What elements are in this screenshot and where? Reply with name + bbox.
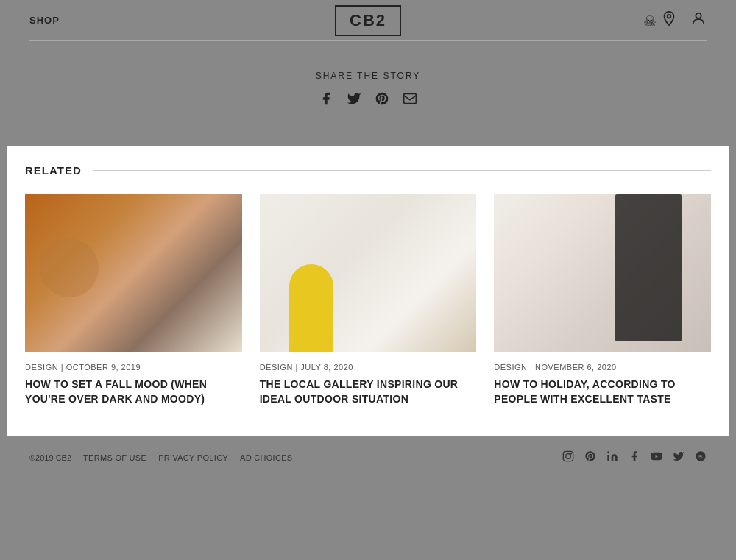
twitter-icon[interactable] — [347, 91, 361, 110]
pinterest-footer-icon[interactable] — [584, 450, 596, 465]
card-1[interactable]: DESIGN | OCTOBER 9, 2019 HOW TO SET A FA… — [25, 194, 242, 406]
card-3[interactable]: DESIGN | NOVEMBER 6, 2020 HOW TO HOLIDAY… — [494, 194, 711, 406]
header: SHOP CB2 ☠ — [0, 0, 736, 40]
ad-choices-link[interactable]: AD CHOICES — [240, 453, 292, 462]
related-divider — [93, 170, 711, 171]
card-2[interactable]: DESIGN | JULY 8, 2020 THE LOCAL GALLERY … — [260, 194, 477, 406]
footer-left: ©2019 CB2 TERMS OF USE PRIVACY POLICY AD… — [29, 452, 317, 464]
instagram-icon[interactable] — [562, 450, 574, 465]
main-content: RELATED DESIGN | OCTOBER 9, 2019 HOW TO … — [7, 146, 729, 436]
privacy-link[interactable]: PRIVACY POLICY — [158, 453, 228, 462]
shop-link[interactable]: SHOP — [29, 15, 60, 26]
facebook-icon[interactable] — [319, 91, 333, 110]
footer-divider — [311, 452, 311, 464]
share-label: SHARE THE STORY — [0, 71, 736, 81]
terms-link[interactable]: TERMS OF USE — [83, 453, 146, 462]
linkedin-icon[interactable] — [606, 450, 618, 465]
email-icon[interactable] — [403, 91, 417, 110]
cards-grid: DESIGN | OCTOBER 9, 2019 HOW TO SET A FA… — [25, 194, 711, 406]
svg-rect-2 — [404, 93, 417, 103]
youtube-icon[interactable] — [651, 450, 662, 465]
svg-point-0 — [668, 15, 671, 18]
card-2-meta: DESIGN | JULY 8, 2020 — [260, 363, 477, 372]
footer-social — [562, 450, 707, 465]
related-title: RELATED — [25, 164, 82, 177]
spotify-icon[interactable] — [695, 450, 707, 465]
card-1-meta: DESIGN | OCTOBER 9, 2019 — [25, 363, 242, 372]
card-2-image — [260, 194, 477, 352]
header-icon-group: ☠ — [643, 10, 707, 30]
location-icon[interactable]: ☠ — [643, 10, 677, 30]
footer: ©2019 CB2 TERMS OF USE PRIVACY POLICY AD… — [0, 436, 736, 480]
svg-point-1 — [696, 13, 701, 18]
svg-rect-3 — [563, 452, 573, 461]
share-section: SHARE THE STORY — [0, 41, 736, 146]
svg-point-5 — [570, 453, 571, 454]
card-1-title: HOW TO SET A FALL MOOD (WHEN YOU'RE OVER… — [25, 378, 242, 406]
svg-point-6 — [607, 452, 609, 454]
share-icons — [0, 91, 736, 110]
card-2-title: THE LOCAL GALLERY INSPIRING OUR IDEAL OU… — [260, 378, 477, 406]
footer-copyright: ©2019 CB2 — [29, 453, 71, 462]
pinterest-icon[interactable] — [375, 91, 389, 110]
card-3-image — [494, 194, 711, 352]
svg-point-8 — [696, 452, 705, 461]
svg-point-4 — [566, 454, 571, 459]
user-icon[interactable] — [690, 10, 707, 30]
card-3-meta: DESIGN | NOVEMBER 6, 2020 — [494, 363, 711, 372]
twitter-footer-icon[interactable] — [673, 450, 684, 465]
card-1-image — [25, 194, 242, 352]
logo[interactable]: CB2 — [335, 5, 401, 36]
facebook-footer-icon[interactable] — [629, 450, 640, 465]
related-header: RELATED — [25, 164, 711, 177]
card-3-title: HOW TO HOLIDAY, ACCORDING TO PEOPLE WITH… — [494, 378, 711, 406]
